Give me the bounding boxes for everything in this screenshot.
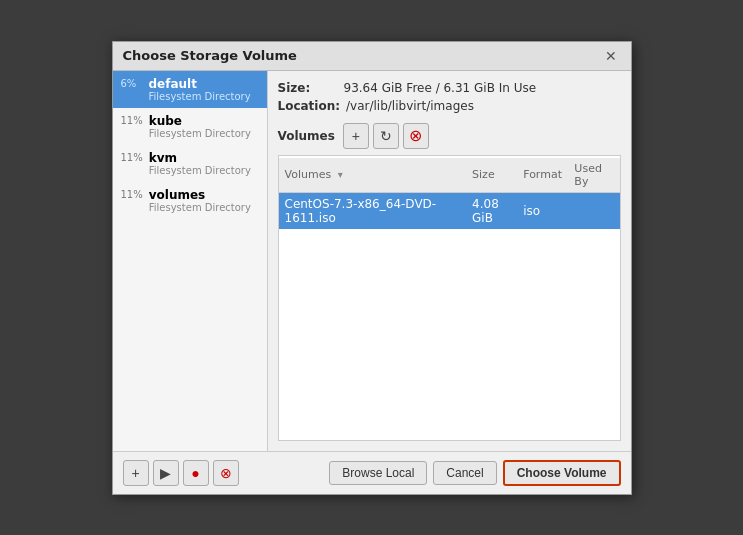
sidebar-percent-volumes: 11% (121, 188, 143, 200)
footer-delete-button[interactable]: ⊗ (213, 460, 239, 486)
sidebar-item-kube[interactable]: 11% kube Filesystem Directory (113, 108, 267, 145)
choose-volume-button[interactable]: Choose Volume (503, 460, 621, 486)
cell-usedby (568, 192, 619, 229)
chevron-icon: ▾ (338, 169, 343, 180)
size-label: Size: (278, 81, 338, 95)
col-header-usedby: Used By (568, 158, 619, 193)
sidebar-type-volumes: Filesystem Directory (149, 202, 251, 213)
cancel-button[interactable]: Cancel (433, 461, 496, 485)
sidebar-type-kvm: Filesystem Directory (149, 165, 251, 176)
choose-storage-volume-dialog: Choose Storage Volume ✕ 6% default Files… (112, 41, 632, 495)
footer-play-button[interactable]: ▶ (153, 460, 179, 486)
sidebar-name-kvm: kvm (149, 151, 251, 165)
col-header-size: Size (466, 158, 517, 193)
footer-add-icon: + (131, 465, 139, 481)
sidebar-item-volumes[interactable]: 11% volumes Filesystem Directory (113, 182, 267, 219)
dialog-title: Choose Storage Volume (123, 48, 297, 63)
delete-icon: ⊗ (409, 126, 422, 145)
browse-local-button[interactable]: Browse Local (329, 461, 427, 485)
table-header-row: Volumes ▾ Size Format Used By (279, 158, 620, 193)
cell-name: CentOS-7.3-x86_64-DVD-1611.iso (279, 192, 467, 229)
sidebar-percent-default: 6% (121, 77, 143, 89)
sidebar-name-kube: kube (149, 114, 251, 128)
col-header-volumes: Volumes ▾ (279, 158, 467, 193)
refresh-icon: ↻ (380, 128, 392, 144)
location-label: Location: (278, 99, 341, 113)
footer-left-buttons: + ▶ ● ⊗ (123, 460, 239, 486)
footer-right-buttons: Browse Local Cancel Choose Volume (329, 460, 620, 486)
sidebar-type-default: Filesystem Directory (149, 91, 251, 102)
refresh-volume-button[interactable]: ↻ (373, 123, 399, 149)
volumes-table: Volumes ▾ Size Format Used By CentOS-7.3… (279, 158, 620, 229)
sidebar-type-kube: Filesystem Directory (149, 128, 251, 139)
cell-size: 4.08 GiB (466, 192, 517, 229)
footer-play-icon: ▶ (160, 465, 171, 481)
dialog-titlebar: Choose Storage Volume ✕ (113, 42, 631, 71)
main-panel: Size: 93.64 GiB Free / 6.31 GiB In Use L… (268, 71, 631, 451)
sidebar-percent-kube: 11% (121, 114, 143, 126)
sidebar-item-kvm[interactable]: 11% kvm Filesystem Directory (113, 145, 267, 182)
size-value: 93.64 GiB Free / 6.31 GiB In Use (344, 81, 537, 95)
volumes-toolbar: Volumes + ↻ ⊗ (278, 123, 621, 149)
cell-format: iso (517, 192, 568, 229)
location-info-row: Location: /var/lib/libvirt/images (278, 99, 621, 113)
footer-delete-icon: ⊗ (220, 465, 232, 481)
footer-add-button[interactable]: + (123, 460, 149, 486)
col-header-format: Format (517, 158, 568, 193)
sidebar: 6% default Filesystem Directory 11% kube… (113, 71, 268, 451)
sidebar-percent-kvm: 11% (121, 151, 143, 163)
size-info-row: Size: 93.64 GiB Free / 6.31 GiB In Use (278, 81, 621, 95)
footer-stop-icon: ● (191, 465, 199, 481)
sidebar-name-default: default (149, 77, 251, 91)
footer-stop-button[interactable]: ● (183, 460, 209, 486)
close-button[interactable]: ✕ (601, 48, 621, 64)
sidebar-name-volumes: volumes (149, 188, 251, 202)
location-value: /var/lib/libvirt/images (346, 99, 474, 113)
sidebar-item-default[interactable]: 6% default Filesystem Directory (113, 71, 267, 108)
volumes-toolbar-label: Volumes (278, 129, 335, 143)
dialog-body: 6% default Filesystem Directory 11% kube… (113, 71, 631, 451)
add-icon: + (352, 128, 360, 144)
delete-volume-button[interactable]: ⊗ (403, 123, 429, 149)
dialog-footer: + ▶ ● ⊗ Browse Local Cancel Choose Volum… (113, 451, 631, 494)
volumes-table-wrapper: Volumes ▾ Size Format Used By CentOS-7.3… (278, 155, 621, 441)
table-row[interactable]: CentOS-7.3-x86_64-DVD-1611.iso 4.08 GiB … (279, 192, 620, 229)
add-volume-button[interactable]: + (343, 123, 369, 149)
